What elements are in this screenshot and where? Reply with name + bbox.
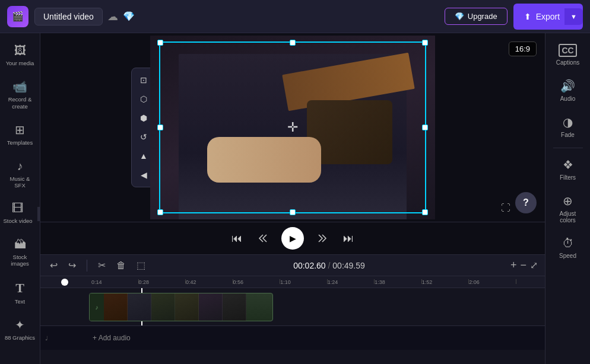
fade-icon: ◑ <box>563 115 573 129</box>
forward-icon <box>317 233 328 244</box>
ruler-mark-0:14: 0:14 <box>91 279 139 285</box>
export-button[interactable]: ⬆ Export ▼ <box>513 4 583 30</box>
timeline-toolbar: ↩ ↪ ✂ 🗑 ⬚ 00:02.60 / 00:49.59 + − ⤢ <box>40 255 545 276</box>
clip-frame-2 <box>128 293 151 321</box>
left-sidebar: 🖼 Your media 📹 Record &create ⊞ Template… <box>0 33 40 364</box>
video-frame <box>150 36 435 219</box>
clip-frame-1 <box>104 293 128 321</box>
text-tool-button[interactable]: ▲ <box>135 148 152 164</box>
rewind-button[interactable] <box>255 231 271 246</box>
diamond-icon: 💎 <box>123 11 135 22</box>
add-audio-label: + Add audio <box>93 334 131 342</box>
screen-tool-button[interactable]: ⬢ <box>135 110 152 126</box>
zoom-controls: + − ⤢ <box>510 259 538 272</box>
playhead-marker <box>61 279 68 286</box>
time-separator: / <box>326 261 333 270</box>
skip-to-end-button[interactable]: ⏭ <box>341 230 356 247</box>
sidebar-item-your-media[interactable]: 🖼 Your media <box>2 38 38 72</box>
sidebar-item-fade[interactable]: ◑ Fade <box>548 109 588 144</box>
right-sidebar: CC Captions 🔊 Audio ◑ Fade ❖ Filters ⊕ A… <box>545 33 590 364</box>
audio-note-icon: ♩ <box>45 335 48 341</box>
your-media-icon: 🖼 <box>14 44 26 58</box>
redo-button[interactable]: ↪ <box>66 258 78 272</box>
export-caret-icon[interactable]: ▼ <box>564 8 583 25</box>
total-time: 00:49.59 <box>332 261 365 270</box>
filters-icon: ❖ <box>563 158 573 172</box>
zoom-out-button[interactable]: − <box>520 259 526 272</box>
clip-frame-6 <box>223 293 246 321</box>
upgrade-diamond-icon: 💎 <box>455 12 464 21</box>
video-preview: ⊡ ⬡ ⬢ ↺ ▲ ◀ <box>40 33 545 222</box>
forward-button[interactable] <box>315 231 330 246</box>
sidebar-item-stock-images[interactable]: 🏔 Stock images <box>2 232 38 273</box>
speed-icon: ⏱ <box>562 237 574 250</box>
center-area: ⊡ ⬡ ⬢ ↺ ▲ ◀ <box>40 33 545 364</box>
sidebar-item-captions[interactable]: CC Captions <box>548 38 588 72</box>
rs-divider <box>553 148 583 148</box>
record-create-icon: 📹 <box>12 79 27 94</box>
audio-icon: 🔊 <box>560 79 575 93</box>
audio-track-label: ♩ <box>40 333 88 344</box>
ruler-mark-1:38: 1:38 <box>375 279 422 285</box>
captions-icon: CC <box>559 44 576 57</box>
stock-video-icon: 🎞 <box>12 202 24 215</box>
undo-button[interactable]: ↩ <box>47 258 60 272</box>
help-button[interactable]: ? <box>515 192 537 213</box>
aspect-ratio-badge: 16:9 <box>509 41 537 56</box>
sidebar-item-stock-video[interactable]: 🎞 Stock video <box>0 196 36 230</box>
export-upload-icon: ⬆ <box>524 12 531 21</box>
video-canvas-inner: ✛ <box>150 36 435 219</box>
crop-tool-button[interactable]: ⬡ <box>135 91 152 107</box>
text-icon: T <box>15 280 24 296</box>
fit-button[interactable]: ⤢ <box>530 260 538 271</box>
video-track-row: Saigal blues file 4.mp4 ♪ <box>40 288 545 326</box>
cloud-icon: ☁ <box>107 10 118 23</box>
ruler-mark-1:52: 1:52 <box>422 279 470 285</box>
video-track-content[interactable]: ♪ <box>88 288 545 325</box>
clip-audio-icon: ♪ <box>90 293 104 321</box>
toolbar-separator-1 <box>87 260 87 272</box>
sidebar-item-record-create[interactable]: 📹 Record &create <box>2 74 38 116</box>
title-area: Untitled video ☁ 💎 <box>34 8 135 25</box>
add-audio-button[interactable]: + Add audio <box>88 331 135 344</box>
main-area: 🖼 Your media 📹 Record &create ⊞ Template… <box>0 33 590 364</box>
sidebar-item-audio[interactable]: 🔊 Audio <box>548 73 588 108</box>
video-title-button[interactable]: Untitled video <box>34 8 103 25</box>
ruler-mark-0:56: 0:56 <box>233 279 281 285</box>
rewind-icon <box>258 233 268 244</box>
sidebar-item-filters[interactable]: ❖ Filters <box>548 152 588 187</box>
logo-icon: 🎬 <box>12 11 24 22</box>
cut-button[interactable]: ✂ <box>96 258 108 272</box>
play-button[interactable]: ▶ <box>281 227 304 250</box>
ruler-mark-1:10: 1:10 <box>280 279 328 285</box>
ruler-mark-0:28: 0:28 <box>139 279 186 285</box>
rotate-tool-button[interactable]: ↺ <box>135 129 152 145</box>
zoom-in-button[interactable]: + <box>510 259 517 272</box>
sidebar-item-text[interactable]: T Text <box>2 274 38 311</box>
ruler-start-space <box>40 279 89 286</box>
sidebar-item-adjust-colors[interactable]: ⊕ Adjustcolors <box>548 188 588 229</box>
sidebar-item-graphics[interactable]: ✦ 88 Graphics <box>2 312 38 347</box>
sidebar-item-speed[interactable]: ⏱ Speed <box>548 231 588 265</box>
ruler-mark-1:24: 1:24 <box>328 279 375 285</box>
duplicate-button[interactable]: ⬚ <box>134 258 148 272</box>
skip-to-start-button[interactable]: ⏮ <box>229 230 245 247</box>
clip-frame-5 <box>199 293 223 321</box>
clip-frame-4 <box>175 293 199 321</box>
volume-tool-button[interactable]: ◀ <box>135 167 152 183</box>
video-canvas: ✛ <box>150 36 435 219</box>
delete-button[interactable]: 🗑 <box>114 259 128 272</box>
upgrade-button[interactable]: 💎 Upgrade <box>445 8 507 25</box>
video-clip[interactable]: ♪ <box>89 293 273 321</box>
sidebar-item-templates[interactable]: ⊞ Templates <box>2 117 38 152</box>
sidebar-item-music-sfx[interactable]: ♪ Music & SFX <box>2 154 38 195</box>
arm <box>207 137 321 183</box>
audio-track-row: ♩ + Add audio <box>40 326 545 350</box>
expand-preview-button[interactable]: ⛶ <box>501 203 510 213</box>
adjust-colors-icon: ⊕ <box>563 194 573 208</box>
playback-controls: ⏮ ▶ ⏭ <box>40 222 545 254</box>
timeline-area: ↩ ↪ ✂ 🗑 ⬚ 00:02.60 / 00:49.59 + − ⤢ <box>40 254 545 364</box>
ruler-mark-2:06: 2:06 <box>469 279 516 285</box>
stock-images-icon: 🏔 <box>14 238 26 251</box>
select-tool-button[interactable]: ⊡ <box>135 72 152 88</box>
